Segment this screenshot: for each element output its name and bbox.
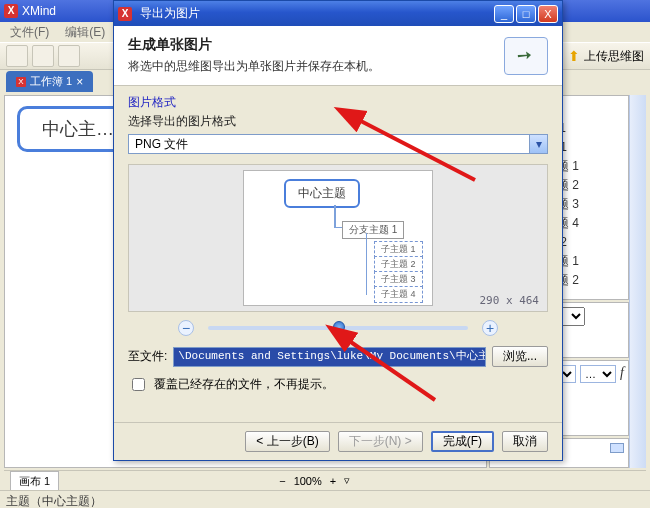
zoom-in-icon[interactable]: +: [330, 475, 336, 487]
toolbar-button[interactable]: [58, 45, 80, 67]
zoom-out-icon[interactable]: −: [279, 475, 285, 487]
zoom-slider-row: − +: [128, 320, 548, 336]
dialog-titlebar[interactable]: X导出为图片 _ □ X: [114, 1, 562, 26]
bottom-bar: 画布 1 − 100% + ▿: [4, 470, 646, 490]
slider-knob[interactable]: [333, 321, 345, 333]
sheet-tab[interactable]: 画布 1: [10, 471, 59, 491]
zoom-controls: − 100% + ▿: [279, 474, 350, 487]
preview-sub-node: 子主题 4: [374, 286, 423, 303]
cancel-button[interactable]: 取消: [502, 431, 548, 452]
preview-center-node: 中心主题: [284, 179, 360, 208]
back-button[interactable]: < 上一步(B): [245, 431, 329, 452]
next-button: 下一步(N) >: [338, 431, 423, 452]
dialog-title: 导出为图片: [140, 5, 200, 22]
preview-branch-node: 分支主题 1: [342, 221, 404, 239]
format-combobox[interactable]: PNG 文件 ▾: [128, 134, 548, 154]
file-row: 至文件: \Documents and Settings\luke\My Doc…: [128, 346, 548, 367]
dialog-footer: < 上一步(B) 下一步(N) > 完成(F) 取消: [114, 422, 562, 460]
overwrite-label: 覆盖已经存在的文件，不再提示。: [154, 376, 334, 393]
workbook-tab[interactable]: X 工作簿 1 ×: [6, 71, 93, 92]
overwrite-checkbox[interactable]: [132, 378, 145, 391]
close-button[interactable]: X: [538, 5, 558, 23]
zoom-slider[interactable]: [208, 326, 468, 330]
zoom-value: 100%: [294, 475, 322, 487]
chevron-down-icon[interactable]: ▾: [529, 135, 547, 153]
status-bar: 主题（中心主题）: [0, 490, 650, 508]
zoom-dropdown-icon[interactable]: ▿: [344, 474, 350, 487]
upload-label[interactable]: 上传思维图: [584, 48, 644, 65]
menu-file[interactable]: 文件(F): [4, 22, 55, 43]
format-value: PNG 文件: [129, 136, 529, 153]
maximize-button[interactable]: □: [516, 5, 536, 23]
font-size-select[interactable]: …: [580, 365, 616, 383]
zoom-in-button[interactable]: +: [482, 320, 498, 336]
toolbar-button[interactable]: [6, 45, 28, 67]
file-label: 至文件:: [128, 348, 167, 365]
finish-button[interactable]: 完成(F): [431, 431, 494, 452]
app-logo-icon: X: [4, 4, 18, 18]
toolbar-button[interactable]: [32, 45, 54, 67]
file-path-input[interactable]: \Documents and Settings\luke\My Document…: [173, 347, 486, 367]
export-icon: ➚: [504, 37, 548, 75]
format-hint: 选择导出的图片格式: [128, 113, 548, 130]
browse-button[interactable]: 浏览...: [492, 346, 548, 367]
preview-dimensions: 290 x 464: [479, 294, 539, 307]
shape-swatch-icon[interactable]: [610, 443, 624, 453]
dialog-header: 生成单张图片 将选中的思维图导出为单张图片并保存在本机。 ➚: [114, 26, 562, 86]
tab-label: 工作簿 1: [30, 74, 72, 89]
main-title: XMind: [22, 4, 56, 18]
tab-close-icon[interactable]: ×: [76, 75, 83, 89]
preview-area: 中心主题 分支主题 1 子主题 1 子主题 2 子主题 3 子主题 4 290 …: [128, 164, 548, 312]
dialog-heading: 生成单张图片: [128, 36, 504, 54]
dialog-logo-icon: X: [118, 7, 132, 21]
upload-icon: ⬆: [568, 48, 580, 64]
format-section-label: 图片格式: [128, 94, 548, 111]
tab-icon: X: [16, 77, 26, 87]
minimize-button[interactable]: _: [494, 5, 514, 23]
zoom-out-button[interactable]: −: [178, 320, 194, 336]
italic-icon[interactable]: f: [620, 365, 624, 383]
overwrite-row: 覆盖已经存在的文件，不再提示。: [128, 375, 548, 394]
export-dialog: X导出为图片 _ □ X 生成单张图片 将选中的思维图导出为单张图片并保存在本机…: [113, 0, 563, 461]
dialog-subheading: 将选中的思维图导出为单张图片并保存在本机。: [128, 58, 504, 75]
vertical-scrollbar[interactable]: [629, 95, 646, 468]
menu-edit[interactable]: 编辑(E): [59, 22, 111, 43]
preview-sheet: 中心主题 分支主题 1 子主题 1 子主题 2 子主题 3 子主题 4: [243, 170, 433, 306]
